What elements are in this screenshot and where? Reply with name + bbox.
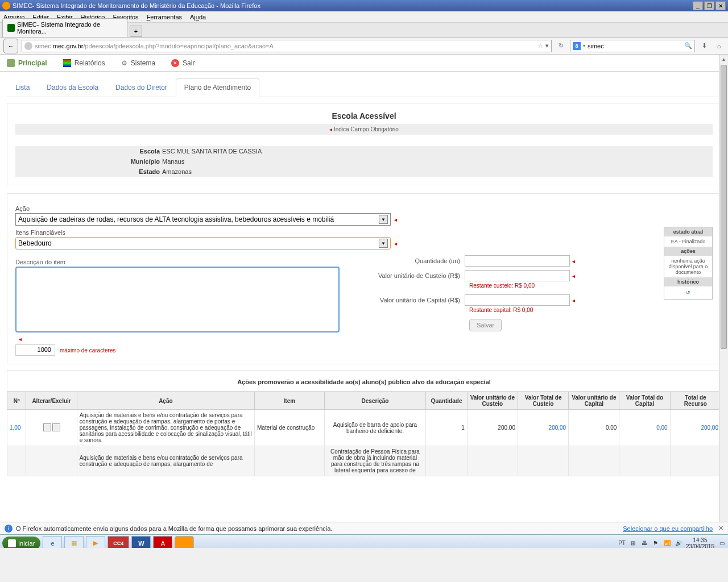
chevron-down-icon[interactable]: ▼ — [379, 239, 388, 248]
taskbar-ie[interactable]: e — [43, 536, 62, 548]
acoes-header: ações — [664, 247, 712, 256]
custeio-label: Valor unitário de Custeio (R$) — [368, 272, 465, 279]
url-text: simec.mec.gov.br/pdeescola/pdeescola.php… — [35, 43, 535, 49]
window-title: SIMEC- Sistema Integrado de Monitorament… — [13, 2, 693, 9]
chevron-down-icon[interactable]: ▼ — [379, 215, 388, 224]
table-panel: Ações promoverão a acessibilidade ao(s) … — [7, 370, 721, 392]
historico-icon[interactable]: ↺ — [664, 286, 712, 299]
home-button[interactable]: ⌂ — [713, 40, 725, 52]
browser-tabbar: SIMEC- Sistema Integrado de Monitora... … — [0, 23, 728, 38]
estado-value: EA - Finalizado — [664, 236, 712, 247]
url-bar[interactable]: simec.mec.gov.br/pdeescola/pdeescola.php… — [22, 40, 552, 52]
engine-dropdown-icon[interactable]: ▾ — [583, 43, 585, 48]
notification-bar: i O Firefox automaticamente envia alguns… — [0, 522, 728, 534]
descricao-textarea[interactable] — [15, 267, 340, 332]
custeio-input[interactable] — [465, 270, 570, 281]
minimize-button[interactable]: _ — [693, 1, 703, 10]
scroll-up-icon[interactable]: ▲ — [719, 55, 728, 64]
search-input[interactable] — [588, 43, 682, 49]
bookmark-icon[interactable]: ☆ — [537, 42, 543, 49]
quantidade-input[interactable] — [465, 255, 570, 267]
tab-dados-escola[interactable]: Dados da Escola — [38, 78, 107, 97]
gear-icon: ⚙ — [121, 59, 127, 67]
nav-sistema[interactable]: ⚙ Sistema — [121, 59, 155, 67]
acao-select[interactable]: Aquisição de cadeiras de rodas, recursos… — [15, 213, 391, 226]
tab-plano[interactable]: Plano de Atendimento — [176, 78, 259, 97]
url-dropdown-icon[interactable]: ▾ — [545, 42, 549, 49]
search-icon[interactable]: 🔍 — [684, 42, 692, 49]
tray-language[interactable]: PT — [618, 540, 626, 546]
vertical-scrollbar[interactable]: ▲ ▼ — [719, 55, 728, 534]
required-mark: ◂ — [394, 217, 397, 223]
char-counter: 1000 — [15, 344, 55, 356]
system-clock[interactable]: 14:35 23/04/2015 — [686, 537, 714, 548]
windows-taskbar: Iniciar e ▦ ▶ CC4 W A PT ⊞ 🖶 ⚑ 📶 🔊 14:35… — [0, 534, 728, 548]
estado-header: estado atual — [664, 227, 712, 236]
firefox-icon — [2, 2, 10, 10]
menu-ferramentas[interactable]: Ferramentas — [147, 14, 182, 20]
reload-button[interactable]: ↻ — [555, 40, 566, 52]
required-note: ◂ Indica Campo Obrigatório — [15, 124, 713, 135]
browser-tab-simec[interactable]: SIMEC- Sistema Integrado de Monitora... — [2, 18, 127, 37]
required-mark: ◂ — [572, 273, 575, 279]
edit-icon[interactable] — [43, 423, 51, 431]
page-content: Principal Relatórios ⚙ Sistema ✕ Sair Li… — [0, 55, 728, 534]
taskbar-cc4[interactable]: CC4 — [107, 536, 129, 548]
start-button[interactable]: Iniciar — [2, 537, 40, 548]
restore-button[interactable]: ❐ — [704, 1, 714, 10]
window-titlebar: SIMEC- Sistema Integrado de Monitorament… — [0, 0, 728, 11]
back-button[interactable]: ← — [3, 39, 18, 53]
tray-icon[interactable]: ⊞ — [629, 539, 637, 547]
required-mark: ◂ — [19, 336, 22, 342]
panel-title: Escola Acessível — [15, 111, 713, 120]
delete-icon[interactable] — [52, 423, 60, 431]
tab-lista[interactable]: Lista — [7, 78, 38, 97]
tray-flag-icon[interactable]: ⚑ — [652, 539, 660, 547]
menu-ajuda[interactable]: Ajuda — [190, 14, 206, 20]
save-button[interactable]: Salvar — [469, 319, 502, 331]
status-sidebar: estado atual EA - Finalizado ações nenhu… — [664, 227, 713, 300]
itens-select[interactable]: Bebedouro ▼ — [15, 237, 391, 250]
nav-sair[interactable]: ✕ Sair — [171, 59, 195, 67]
nav-relatorios[interactable]: Relatórios — [63, 59, 105, 67]
table-row: 1,00 Aquisição de materiais e bens e/ou … — [7, 410, 721, 446]
notification-close-icon[interactable]: ✕ — [718, 525, 723, 532]
table-title: Ações promoverão a acessibilidade ao(s) … — [7, 371, 721, 391]
report-icon — [63, 59, 71, 67]
page-tabs: Lista Dados da Escola Dados do Diretor P… — [7, 78, 721, 97]
notification-action[interactable]: Selecionar o que eu compartilho — [623, 525, 713, 532]
exit-icon: ✕ — [171, 59, 179, 67]
globe-icon — [24, 42, 32, 50]
taskbar-wmp[interactable]: ▶ — [86, 536, 105, 548]
row-number[interactable]: 1,00 — [7, 410, 26, 446]
required-mark: ◂ — [394, 240, 397, 247]
tray-printer-icon[interactable]: 🖶 — [640, 539, 648, 547]
row-municipio: Município Manaus — [15, 156, 713, 167]
search-bar[interactable]: 8 ▾ 🔍 — [570, 40, 695, 52]
acao-label: Ação — [15, 205, 713, 212]
tab-label: SIMEC- Sistema Integrado de Monitora... — [17, 21, 122, 35]
close-button[interactable]: ✕ — [715, 1, 726, 10]
app-topnav: Principal Relatórios ⚙ Sistema ✕ Sair — [0, 55, 728, 72]
capital-input[interactable] — [465, 294, 570, 306]
qtd-label: Quantidade (un) — [368, 257, 465, 264]
downloads-button[interactable]: ⬇ — [698, 40, 710, 52]
info-icon: i — [5, 525, 13, 533]
tray-volume-icon[interactable]: 🔊 — [675, 539, 682, 547]
system-tray: PT ⊞ 🖶 ⚑ 📶 🔊 14:35 23/04/2015 ▭ — [618, 537, 726, 548]
capital-remain: Restante capital: R$ 0,00 — [469, 307, 713, 313]
taskbar-pdf[interactable]: A — [153, 536, 172, 548]
required-mark: ◂ — [572, 258, 575, 264]
new-tab-button[interactable]: + — [130, 26, 142, 37]
scroll-thumb[interactable] — [721, 65, 727, 349]
taskbar-explorer[interactable]: ▦ — [64, 536, 84, 548]
google-engine-icon[interactable]: 8 — [573, 42, 581, 50]
tab-dados-diretor[interactable]: Dados do Diretor — [107, 78, 176, 97]
show-desktop-icon[interactable]: ▭ — [718, 539, 726, 547]
window-controls: _ ❐ ✕ — [693, 1, 726, 10]
taskbar-word[interactable]: W — [131, 536, 151, 548]
notification-text: O Firefox automaticamente envia alguns d… — [16, 525, 332, 532]
taskbar-firefox[interactable] — [175, 536, 194, 548]
tray-network-icon[interactable]: 📶 — [663, 539, 671, 547]
nav-principal[interactable]: Principal — [7, 59, 47, 67]
